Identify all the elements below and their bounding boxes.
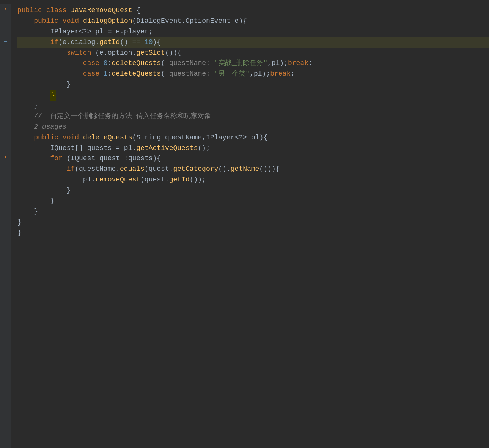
code-line-14: IQuest[] quests = pl. getActiveQuests ()… bbox=[17, 143, 489, 154]
code-line-19: } bbox=[17, 196, 489, 207]
keyword-class: class bbox=[46, 5, 67, 16]
fold-marker-1[interactable]: ▾ bbox=[3, 6, 8, 12]
code-line-11: // 自定义一个删除任务的方法 传入任务名称和玩家对象 bbox=[17, 111, 489, 122]
keyword-public: public bbox=[17, 5, 42, 16]
method-dialogOption: dialogOption bbox=[83, 16, 132, 27]
fold-marker-4[interactable]: ▾ bbox=[3, 155, 8, 160]
code-line-5: switch (e.option. getSlot ()){ bbox=[17, 48, 489, 58]
code-content: public class JavaRemoveQuest { public vo… bbox=[11, 4, 489, 448]
code-line-7: case 1 : deleteQuests ( questName: "另一个类… bbox=[17, 69, 489, 79]
code-line-4: if (e.dialog. getId () == 10 ){ bbox=[17, 37, 489, 48]
code-line-10: } bbox=[17, 101, 489, 111]
close-brace-if: } bbox=[50, 90, 56, 101]
code-line-13: public void deleteQuests ( String questN… bbox=[17, 133, 489, 143]
code-line-9: } bbox=[17, 90, 489, 101]
code-line-16: if (questName. equals (quest. getCategor… bbox=[17, 164, 489, 175]
code-line-21: } bbox=[17, 217, 489, 228]
code-line-8: } bbox=[17, 79, 489, 90]
usages-hint: 2 usages bbox=[17, 122, 67, 133]
code-line-18: } bbox=[17, 185, 489, 196]
fold-marker-6[interactable]: — bbox=[3, 182, 8, 188]
code-line-15: for ( IQuest quest :quests){ bbox=[17, 153, 489, 164]
code-line-1: public class JavaRemoveQuest { bbox=[17, 5, 489, 16]
fold-marker-2[interactable]: — bbox=[3, 39, 8, 44]
code-line-22: } bbox=[17, 228, 489, 238]
comment-line: // 自定义一个删除任务的方法 传入任务名称和玩家对象 bbox=[17, 111, 211, 122]
fold-marker-3[interactable]: — bbox=[3, 97, 8, 102]
code-line-6: case 0 : deleteQuests ( questName: "实战_删… bbox=[17, 58, 489, 69]
code-gutter: ▾ — — ▾ — — bbox=[0, 4, 11, 448]
code-line-12: 2 usages bbox=[17, 122, 489, 133]
code-editor: ▾ — — ▾ — — public class JavaRemoveQuest bbox=[0, 0, 489, 448]
code-line-3: IPlayer<?> pl = e.player; bbox=[17, 27, 489, 37]
method-deleteQuests: deleteQuests bbox=[83, 133, 132, 143]
code-line-17: pl. removeQuest (quest. getId ()); bbox=[17, 175, 489, 185]
code-line-2: public void dialogOption ( DialogEvent .… bbox=[17, 16, 489, 27]
code-line-20: } bbox=[17, 207, 489, 217]
fold-marker-5[interactable]: — bbox=[3, 175, 8, 180]
class-name: JavaRemoveQuest bbox=[71, 5, 132, 16]
